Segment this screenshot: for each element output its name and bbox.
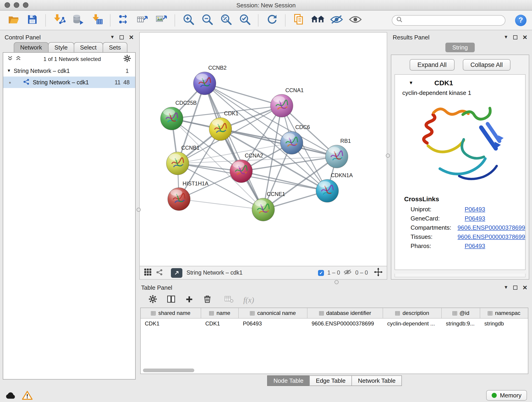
network-node-HIST1H1A[interactable]: HIST1H1A bbox=[168, 180, 209, 211]
column-header[interactable]: description bbox=[383, 308, 442, 318]
column-header[interactable]: name bbox=[201, 308, 239, 318]
duplicate-document-button[interactable] bbox=[291, 12, 307, 28]
tab-string[interactable]: String bbox=[445, 43, 475, 52]
tab-network-table[interactable]: Network Table bbox=[351, 375, 402, 386]
network-node-CDKN1A[interactable]: CDKN1A bbox=[316, 172, 353, 202]
float-panel-icon[interactable] bbox=[120, 35, 124, 39]
export-table-button[interactable] bbox=[135, 12, 150, 28]
tree-expand-icon[interactable]: ▼ bbox=[7, 69, 11, 73]
import-network-from-database-button[interactable] bbox=[70, 12, 86, 28]
table-row[interactable]: CDK1CDK1P064939606.ENSP00000378699cyclin… bbox=[141, 319, 528, 329]
network-node-CCNA1[interactable]: CCNA1 bbox=[270, 87, 304, 117]
column-header[interactable]: canonical name bbox=[239, 308, 307, 318]
zoom-out-button[interactable] bbox=[199, 12, 215, 28]
collapse-all-button[interactable]: Collapse All bbox=[462, 59, 510, 70]
table-horizontal-scrollbar[interactable] bbox=[142, 368, 527, 373]
cloud-status-icon[interactable] bbox=[5, 391, 17, 400]
crosslink-link[interactable]: 9606.ENSP00000378699 bbox=[457, 224, 525, 231]
crosslink-link[interactable]: 9606.ENSP00000378699 bbox=[457, 233, 525, 240]
column-header[interactable]: database identifier bbox=[307, 308, 383, 318]
tab-select[interactable]: Select bbox=[74, 42, 103, 52]
collapse-panel-icon[interactable]: ▼ bbox=[110, 35, 114, 39]
network-node-CDC25B[interactable]: CDC25B bbox=[160, 100, 196, 130]
crosslink-link[interactable]: P06493 bbox=[465, 206, 485, 213]
table-settings-gear-icon[interactable] bbox=[148, 295, 157, 305]
network-node-CCNB2[interactable]: CCNB2 bbox=[193, 65, 227, 95]
show-all-button[interactable] bbox=[347, 12, 363, 28]
edge-CCNB2-CCNE1[interactable] bbox=[205, 83, 263, 210]
detach-view-button[interactable] bbox=[171, 268, 182, 278]
network-node-RB1[interactable]: RB1 bbox=[325, 138, 351, 168]
column-header[interactable]: namespac bbox=[480, 308, 528, 318]
network-collection-row[interactable]: ▼ String Network – cdk1 1 bbox=[3, 65, 135, 77]
help-button[interactable]: ? bbox=[515, 14, 526, 26]
collapse-panel-icon[interactable]: ▼ bbox=[504, 285, 508, 290]
string-home-button[interactable] bbox=[310, 12, 325, 28]
column-header[interactable]: @id bbox=[442, 308, 480, 318]
zoom-selected-button[interactable] bbox=[237, 12, 253, 28]
tab-style[interactable]: Style bbox=[48, 42, 74, 52]
open-session-button[interactable] bbox=[6, 12, 21, 28]
crosslink-row: Compartments: 9606.ENSP00000378699 bbox=[395, 223, 525, 232]
scrollbar-thumb[interactable] bbox=[143, 369, 194, 372]
close-panel-icon[interactable]: ✕ bbox=[522, 284, 527, 290]
close-panel-icon[interactable]: ✕ bbox=[129, 34, 134, 40]
delete-column-trash-icon[interactable] bbox=[203, 295, 212, 305]
edge-CCNB2-CCNA1[interactable] bbox=[205, 83, 282, 106]
network-overview-icon[interactable] bbox=[156, 268, 163, 277]
control-panel-title: Control Panel bbox=[5, 34, 41, 41]
network-node-CCNB1[interactable]: CCNB1 bbox=[166, 145, 200, 175]
export-image-button[interactable] bbox=[153, 12, 169, 28]
table-export-icon bbox=[137, 13, 148, 27]
close-window-button[interactable] bbox=[5, 2, 10, 8]
hidden-eye-slash-icon[interactable] bbox=[343, 269, 352, 277]
gear-icon[interactable] bbox=[123, 54, 131, 64]
crosslink-link[interactable]: P06493 bbox=[465, 242, 485, 249]
import-network-from-file-button[interactable] bbox=[51, 12, 67, 28]
splitter-handle[interactable] bbox=[386, 153, 390, 157]
results-scrollbar[interactable] bbox=[394, 274, 526, 277]
tab-edge-table[interactable]: Edge Table bbox=[310, 375, 352, 386]
pan-crosshair-icon[interactable] bbox=[374, 268, 383, 278]
save-session-button[interactable] bbox=[24, 12, 40, 28]
apply-layout-button[interactable] bbox=[264, 12, 279, 28]
warning-icon[interactable] bbox=[22, 390, 32, 400]
show-columns-icon[interactable] bbox=[167, 295, 176, 305]
zoom-in-button[interactable] bbox=[181, 12, 196, 28]
selected-checkbox-icon[interactable]: ✓ bbox=[318, 270, 324, 276]
section-collapse-icon[interactable]: ▼ bbox=[409, 80, 413, 85]
network-row[interactable]: ● String Network – cdk1 11 48 bbox=[3, 77, 135, 88]
clone-network-button[interactable] bbox=[116, 12, 132, 28]
tab-sets[interactable]: Sets bbox=[102, 42, 127, 52]
zoom-window-button[interactable] bbox=[23, 2, 28, 8]
expand-all-tree-icon[interactable] bbox=[7, 56, 13, 62]
protein-description: cyclin-dependent kinase 1 bbox=[395, 88, 525, 96]
collapse-panel-icon[interactable]: ▼ bbox=[504, 35, 508, 39]
search-input[interactable] bbox=[405, 17, 501, 23]
column-header[interactable]: shared name bbox=[141, 308, 201, 318]
network-canvas[interactable]: CCNB2CCNA1CDC25BCDK1CDC6RB1CCNB1CCNA2CDK… bbox=[139, 32, 387, 266]
crosslink-label: Pharos: bbox=[411, 242, 465, 249]
table-cell: CDK1 bbox=[201, 319, 239, 329]
crosslink-link[interactable]: P06493 bbox=[465, 215, 485, 222]
import-table-button[interactable] bbox=[89, 12, 104, 28]
float-panel-icon[interactable] bbox=[513, 285, 517, 289]
delete-table-icon[interactable] bbox=[224, 295, 234, 305]
zoom-fit-button[interactable] bbox=[218, 12, 234, 28]
tab-node-table[interactable]: Node Table bbox=[267, 375, 310, 386]
edge-CCNE1-HIST1H1A[interactable] bbox=[179, 199, 263, 210]
birds-eye-view-icon[interactable] bbox=[144, 268, 152, 277]
tab-network[interactable]: Network bbox=[14, 42, 48, 52]
expand-all-button[interactable]: Expand All bbox=[410, 59, 455, 70]
network-node-CDK1[interactable]: CDK1 bbox=[209, 110, 239, 140]
function-builder-icon[interactable]: f(x) bbox=[243, 295, 254, 305]
minimize-window-button[interactable] bbox=[14, 2, 19, 8]
right-area: CCNB2CCNA1CDC25BCDK1CDC6RB1CCNB1CCNA2CDK… bbox=[139, 32, 529, 386]
collapse-all-tree-icon[interactable] bbox=[16, 56, 21, 62]
create-column-plus-icon[interactable] bbox=[185, 295, 193, 305]
close-panel-icon[interactable]: ✕ bbox=[522, 34, 527, 40]
splitter-handle[interactable] bbox=[334, 280, 338, 284]
float-panel-icon[interactable] bbox=[513, 35, 517, 39]
memory-button[interactable]: Memory bbox=[486, 390, 527, 401]
hide-unhide-button[interactable] bbox=[329, 12, 344, 28]
